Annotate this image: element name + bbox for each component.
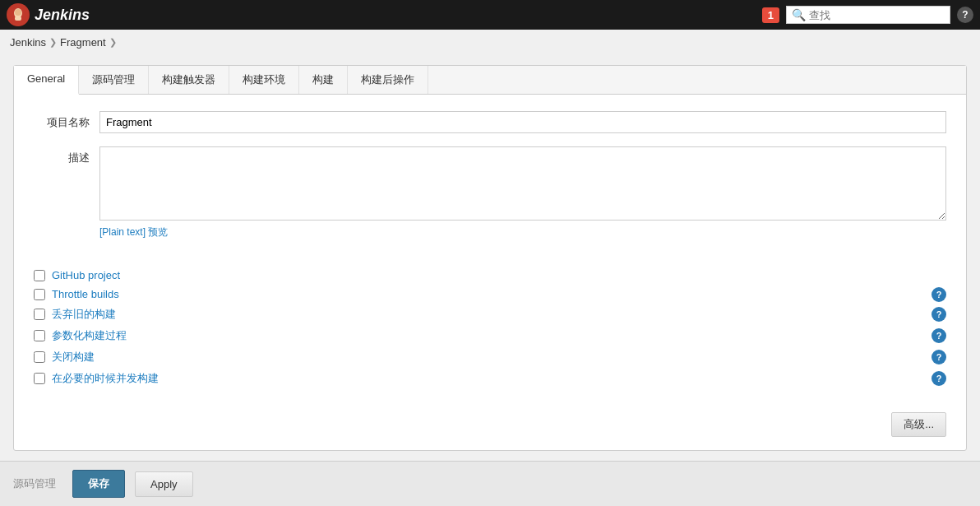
svg-rect-3 — [15, 16, 21, 21]
preview-link[interactable]: 预览 — [148, 226, 168, 238]
tab-build[interactable]: 构建 — [299, 66, 348, 94]
search-input[interactable] — [809, 9, 941, 21]
github-project-label[interactable]: GitHub project — [52, 269, 120, 281]
discard-old-checkbox[interactable] — [34, 309, 45, 320]
breadcrumb: Jenkins ❯ Fragment ❯ — [0, 30, 980, 55]
tab-build-trigger[interactable]: 构建触发器 — [149, 66, 229, 94]
description-label: 描述 — [34, 146, 99, 165]
search-icon: 🔍 — [792, 8, 806, 21]
throttle-builds-help-icon[interactable]: ? — [931, 287, 946, 302]
project-name-row: 项目名称 — [34, 111, 946, 133]
checkbox-row-parameterize: 参数化构建过程 ? — [34, 328, 946, 343]
checkbox-row-disable: 关闭构建 ? — [34, 350, 946, 364]
throttle-builds-label[interactable]: Throttle builds — [52, 288, 119, 300]
header-right: 1 🔍 ? — [762, 6, 973, 24]
tabs-bar: General 源码管理 构建触发器 构建环境 构建 构建后操作 — [14, 66, 966, 95]
advanced-button[interactable]: 高级... — [891, 412, 946, 437]
search-bar: 🔍 — [786, 6, 950, 24]
checkbox-row-discard: 丢弃旧的构建 ? — [34, 307, 946, 322]
parameterize-label[interactable]: 参数化构建过程 — [52, 328, 127, 343]
header-left: Jenkins — [7, 3, 90, 26]
description-textarea[interactable] — [99, 146, 946, 221]
concurrent-build-help-icon[interactable]: ? — [931, 371, 946, 386]
svg-point-2 — [15, 9, 21, 16]
discard-old-help-icon[interactable]: ? — [931, 307, 946, 322]
plain-text-link[interactable]: [Plain text] — [99, 226, 146, 238]
advanced-section: 高级... — [14, 406, 966, 450]
github-project-checkbox[interactable] — [34, 270, 45, 281]
breadcrumb-sep-2: ❯ — [109, 37, 117, 48]
parameterize-help-icon[interactable]: ? — [931, 328, 946, 343]
form-content: 项目名称 描述 [Plain text] 预览 — [14, 95, 966, 269]
checkboxes-section: GitHub project Throttle builds ? 丢弃旧的构建 … — [14, 269, 966, 406]
checkbox-row-concurrent: 在必要的时候并发构建 ? — [34, 371, 946, 386]
notification-badge[interactable]: 1 — [762, 7, 779, 23]
disable-build-help-icon[interactable]: ? — [931, 350, 946, 364]
project-name-input-wrap — [99, 111, 946, 133]
main-content: General 源码管理 构建触发器 构建环境 构建 构建后操作 项目名称 描述… — [0, 55, 980, 461]
tab-source-mgmt[interactable]: 源码管理 — [79, 66, 149, 94]
app-title: Jenkins — [35, 7, 90, 24]
jenkins-icon — [9, 6, 27, 24]
throttle-builds-checkbox[interactable] — [34, 289, 45, 300]
plain-text-links: [Plain text] 预览 — [99, 225, 946, 239]
parameterize-checkbox[interactable] — [34, 330, 45, 341]
header-help-icon[interactable]: ? — [957, 7, 973, 23]
project-name-input[interactable] — [99, 111, 946, 133]
discard-old-label[interactable]: 丢弃旧的构建 — [52, 307, 116, 322]
breadcrumb-jenkins-link[interactable]: Jenkins — [10, 36, 46, 49]
jenkins-logo-icon — [7, 3, 30, 26]
concurrent-build-label[interactable]: 在必要的时候并发构建 — [52, 371, 159, 386]
project-name-label: 项目名称 — [34, 111, 99, 130]
concurrent-build-checkbox[interactable] — [34, 373, 45, 384]
checkbox-row-throttle: Throttle builds ? — [34, 288, 946, 300]
checkbox-row-github: GitHub project — [34, 269, 946, 281]
tab-general[interactable]: General — [14, 66, 79, 95]
description-row: 描述 [Plain text] 预览 — [34, 146, 946, 239]
breadcrumb-fragment-link[interactable]: Fragment — [60, 36, 106, 49]
breadcrumb-sep-1: ❯ — [49, 37, 57, 48]
tab-build-env[interactable]: 构建环境 — [229, 66, 299, 94]
tab-post-build[interactable]: 构建后操作 — [348, 66, 428, 94]
description-input-wrap: [Plain text] 预览 — [99, 146, 946, 239]
config-panel: General 源码管理 构建触发器 构建环境 构建 构建后操作 项目名称 描述… — [13, 65, 967, 451]
header: Jenkins 1 🔍 ? — [0, 0, 980, 30]
disable-build-label[interactable]: 关闭构建 — [52, 350, 95, 364]
disable-build-checkbox[interactable] — [34, 351, 45, 363]
